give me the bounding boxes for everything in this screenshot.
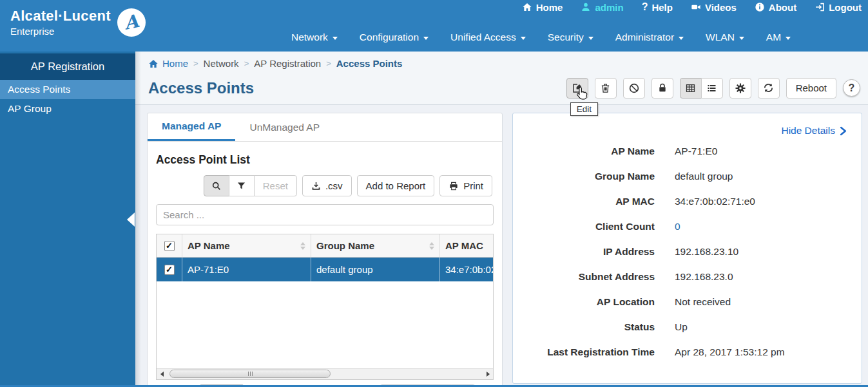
table-empty-area [157,281,493,368]
brand-subtitle: Enterprise [10,26,111,37]
detail-row-ap-mac: AP MAC 34:e7:0b:02:71:e0 [527,196,847,207]
home-link[interactable]: Home [522,2,563,13]
delete-button[interactable] [595,78,617,99]
hide-details-link[interactable]: Hide Details [527,125,847,137]
breadcrumb-home[interactable]: Home [148,58,188,69]
nav-unified-access[interactable]: Unified Access [450,32,526,43]
reset-button[interactable]: Reset [254,175,297,196]
grid-view-icon [685,83,696,93]
list-heading: Access Point List [156,153,492,167]
add-to-report-button[interactable]: Add to Report [357,175,435,196]
search-toggle-button[interactable] [204,175,229,196]
breadcrumb-separator: > [326,59,331,68]
nav-network[interactable]: Network [291,32,338,43]
sidebar-collapse-icon[interactable] [127,212,135,227]
nav-administrator[interactable]: Administrator [615,32,684,43]
toolbar: Edit [566,78,860,99]
nav-configuration[interactable]: Configuration [360,32,429,43]
table-header-row: ✓ AP Name Group Name AP MAC [157,234,493,258]
scrollbar-thumb[interactable] [169,370,331,378]
info-icon [755,2,765,12]
nav-wlan[interactable]: WLAN [706,32,744,43]
export-csv-button[interactable]: .csv [302,175,352,196]
scroll-right-icon[interactable] [483,369,493,379]
about-link-label: About [769,2,796,13]
printer-icon [448,181,459,191]
user-icon [581,2,591,12]
lock-button[interactable] [651,78,673,99]
main-nav: Network Configuration Unified Access Sec… [291,28,791,46]
help-button[interactable]: ? [843,79,860,97]
client-count-link[interactable]: 0 [675,221,680,232]
videos-link[interactable]: Videos [691,2,737,13]
ap-table: ✓ AP Name Group Name AP MAC [156,234,494,380]
main-content: Home > Network > AP Registration > Acces… [135,52,868,387]
nav-security[interactable]: Security [548,32,593,43]
cell-ap-mac: 34:e7:0b:02:71:e0 [440,258,493,281]
edit-button[interactable]: Edit [566,78,588,99]
sidebar-item-access-points[interactable]: Access Points [0,80,135,99]
about-link[interactable]: About [755,2,796,13]
grid-view-button[interactable] [680,78,702,99]
breadcrumb-ap-registration[interactable]: AP Registration [254,58,321,69]
lock-icon [657,82,668,93]
nav-am[interactable]: AM [766,32,791,43]
question-icon: ? [642,1,648,13]
chevron-down-icon [588,37,593,40]
chevron-down-icon [423,37,429,40]
checkbox-checked-icon[interactable]: ✓ [164,241,175,251]
breadcrumb: Home > Network > AP Registration > Acces… [135,52,868,71]
column-header-ap-name[interactable]: AP Name [182,234,311,257]
column-header-ap-mac[interactable]: AP MAC [440,234,493,257]
logout-link-label: Logout [829,2,862,13]
sort-icon[interactable] [429,242,434,250]
list-view-icon [706,83,717,93]
list-actions: Reset .csv Add to Report Print [156,175,492,196]
detail-row-last-registration-time: Last Registration Time Apr 28, 2017 1:53… [527,346,847,358]
scroll-left-icon[interactable] [157,369,167,379]
edit-icon [572,82,583,94]
chevron-down-icon [739,37,744,40]
filter-icon [236,181,246,191]
tab-managed-ap[interactable]: Managed AP [148,113,235,141]
sort-icon[interactable] [300,242,305,250]
row-checkbox[interactable]: ✓ [164,265,175,275]
scrollbar-track[interactable] [167,369,483,379]
horizontal-scrollbar[interactable] [157,368,493,379]
user-name-label: admin [595,2,623,13]
breadcrumb-separator: > [193,59,198,68]
chevron-down-icon [679,37,684,40]
select-all-checkbox[interactable]: ✓ [157,234,182,257]
table-row-selected[interactable]: ✓ AP-71:E0 default group 34:e7:0b:02:71:… [157,258,493,281]
block-button[interactable] [623,78,645,99]
settings-button[interactable] [729,78,751,99]
logout-icon [815,2,825,12]
help-link[interactable]: ? Help [642,1,673,13]
home-link-label: Home [536,2,563,13]
refresh-button[interactable] [758,78,780,99]
breadcrumb-network[interactable]: Network [204,58,239,69]
ap-list-panel: Managed AP UnManaged AP Access Point Lis… [147,113,503,387]
user-menu[interactable]: admin [581,2,623,13]
home-icon [522,2,532,12]
sidebar-item-ap-group[interactable]: AP Group [0,99,135,118]
view-toggle-group [680,78,723,99]
sidebar: AP Registration Access Points AP Group [0,52,135,387]
cell-ap-name: AP-71:E0 [182,258,311,281]
detail-row-subnet-address: Subnet Address 192.168.23.0 [527,271,847,283]
ap-details-panel: Hide Details AP Name AP-71:E0 Group Name… [512,113,862,384]
help-link-label: Help [651,2,673,13]
search-input[interactable] [156,204,494,225]
detail-row-ap-location: AP Location Not received [527,296,847,308]
filter-button[interactable] [229,175,255,196]
brand-name: Alcatel·Lucent [10,8,111,24]
list-view-button[interactable] [701,78,723,99]
top-utility-links: Home admin ? Help Videos About Logout [522,0,862,14]
brand-logo: Alcatel·Lucent Enterprise A [10,8,146,37]
print-button[interactable]: Print [439,175,492,196]
reboot-button[interactable]: Reboot [786,78,836,99]
chevron-down-icon [786,37,791,40]
tab-unmanaged-ap[interactable]: UnManaged AP [235,113,334,141]
logout-link[interactable]: Logout [815,2,862,13]
column-header-group-name[interactable]: Group Name [311,234,440,257]
